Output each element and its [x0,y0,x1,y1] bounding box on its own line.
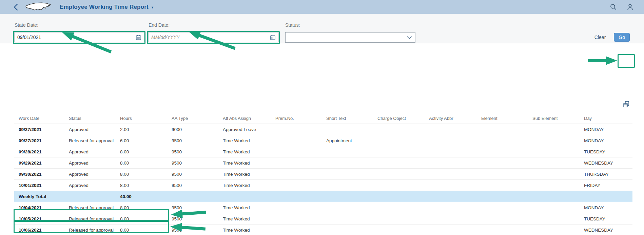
column-header-element[interactable]: Element [477,113,528,124]
cell-element [477,157,528,168]
title-caret-icon: ▼ [151,5,154,9]
cell-activity-abbr [425,146,477,157]
table-row[interactable]: 09/28/2021Approved8.009500Time WorkedTUE… [14,146,632,157]
table-row[interactable]: 09/27/2021Released for approval6.009500T… [14,135,632,146]
table-row[interactable]: 09/30/2021Approved8.009500Time WorkedTHU… [14,169,632,180]
user-menu-button[interactable] [626,3,634,11]
cell-activity-abbr [425,135,477,146]
cell-aa-type: 9500 [167,157,218,168]
table-row[interactable]: 09/29/2021Approved8.009500Time WorkedWED… [14,157,632,169]
cell-prem-no [271,146,322,157]
cell-charge-object [373,169,425,179]
calendar-icon[interactable] [270,35,276,40]
app-title-menu[interactable]: Employee Working Time Report ▼ [60,4,154,10]
cell-att-abs-assign [218,191,271,202]
cell-element [477,225,528,235]
report-content: Work DateStatusHoursAA TypeAtt Abs Assig… [0,43,644,235]
cell-short-text [322,213,373,224]
cell-element [477,202,528,213]
column-header-activity-abbr[interactable]: Activity Abbr [425,113,477,124]
column-header-att-abs-assign[interactable]: Att Abs Assign [218,113,271,124]
cell-short-text [322,202,373,213]
column-header-aa-type[interactable]: AA Type [167,113,218,124]
cell-charge-object [373,202,425,213]
start-date-input[interactable] [17,35,134,40]
calendar-icon[interactable] [136,35,141,40]
cell-day: THURSDAY [580,169,632,179]
column-header-hours[interactable]: Hours [116,113,167,124]
search-button[interactable] [610,3,617,10]
cell-day: MONDAY [580,202,632,213]
user-icon [626,3,634,11]
table-row[interactable]: 10/06/2021Released for approval8.009500T… [14,225,632,235]
cell-prem-no [271,157,322,168]
column-header-status[interactable]: Status [64,113,116,124]
cell-short-text [322,124,373,135]
column-header-charge-object[interactable]: Charge Object [373,113,425,124]
table-row[interactable]: 10/01/2021Approved8.009500Time WorkedFRI… [14,180,632,191]
cell-element [477,146,528,157]
status-select[interactable] [285,32,415,43]
end-date-field [148,32,279,42]
cell-short-text [322,225,373,235]
cell-status: Approved [64,157,116,168]
cell-element [477,169,528,179]
cell-charge-object [373,146,425,157]
export-to-spreadsheet-button[interactable] [620,99,633,109]
start-date-label: State Date: [15,22,38,28]
cell-att-abs-assign: Approved Leave [218,124,271,135]
cell-aa-type: 9500 [167,180,218,191]
cell-element [477,135,528,146]
go-button[interactable]: Go [614,33,630,42]
clear-button[interactable]: Clear [592,34,608,40]
cell-hours: 8.00 [116,213,167,224]
cell-day: FRIDAY [580,180,632,191]
column-header-work-date[interactable]: Work Date [14,113,64,124]
cell-status: Released for approval [64,213,116,224]
cell-work-date: 09/29/2021 [14,157,64,168]
cell-charge-object [373,124,425,135]
cell-day: WEDNESDAY [580,157,632,168]
cell-charge-object [373,180,425,191]
cell-sub-element [528,225,580,235]
cell-aa-type: 9500 [167,135,218,146]
cell-prem-no [271,124,322,135]
cell-att-abs-assign: Time Worked [218,146,271,157]
cell-sub-element [528,180,580,191]
cell-charge-object [373,225,425,235]
column-header-day[interactable]: Day [580,113,632,124]
column-header-prem-no-[interactable]: Prem.No. [271,113,322,124]
cell-status [64,191,116,202]
cell-sub-element [528,157,580,168]
column-header-short-text[interactable]: Short Text [322,113,373,124]
back-button[interactable] [13,3,18,11]
cell-work-date: 10/01/2021 [14,180,64,191]
cell-activity-abbr [425,202,477,213]
cell-element [477,124,528,135]
cell-prem-no [271,135,322,146]
app-window: Employee Working Time Report ▼ State Dat… [0,0,644,235]
cell-work-date: 09/27/2021 [14,124,64,135]
cell-work-date: 10/06/2021 [14,225,64,235]
cell-prem-no [271,180,322,191]
cell-aa-type: 9500 [167,202,218,213]
cell-sub-element [528,124,580,135]
time-report-table: Work DateStatusHoursAA TypeAtt Abs Assig… [14,113,632,235]
cell-work-date: 10/04/2021 [14,202,64,213]
cell-prem-no [271,213,322,224]
table-row[interactable]: 10/04/2021Released for approval8.009500T… [14,202,632,213]
cell-work-date: 09/28/2021 [14,146,64,157]
app-header: Employee Working Time Report ▼ [0,0,644,14]
weekly-total-row[interactable]: Weekly Total40.00 [14,191,632,202]
column-header-sub-element[interactable]: Sub Element [528,113,580,124]
cell-activity-abbr [425,213,477,224]
cell-short-text [322,180,373,191]
cell-hours: 6.00 [116,135,167,146]
table-row[interactable]: 09/27/2021Approved2.009000Approved Leave… [14,124,632,135]
page-title: Employee Working Time Report [60,4,149,10]
cell-aa-type: 9000 [167,124,218,135]
end-date-input[interactable] [151,35,268,40]
cell-day [580,191,632,202]
table-row[interactable]: 10/05/2021Released for approval8.009500T… [14,213,632,225]
cell-hours: 8.00 [116,202,167,213]
